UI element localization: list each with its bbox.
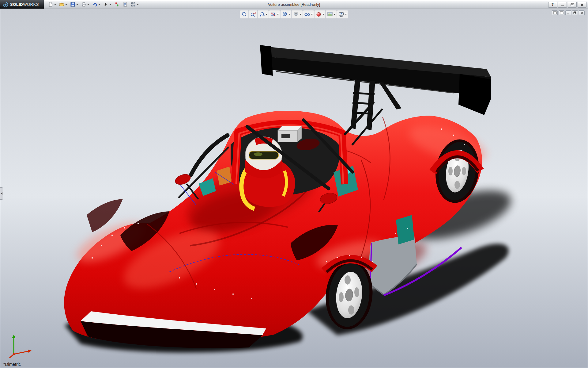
viewport-split-icon (553, 11, 557, 14)
file-properties-button[interactable] (121, 1, 129, 8)
rebuild-button[interactable] (113, 1, 121, 8)
document-title: Voiture assemblee [Read-only] (268, 0, 320, 9)
window-controls: ? (547, 0, 586, 9)
print-button[interactable] (80, 1, 90, 8)
doc-restore-icon (573, 11, 577, 14)
save-button[interactable] (69, 1, 79, 8)
orientation-triad-icon (5, 329, 35, 360)
undo-button[interactable] (91, 1, 101, 8)
apply-scene-button[interactable] (326, 10, 337, 18)
previous-view-button[interactable] (258, 10, 269, 18)
dropdown-caret-icon (288, 14, 290, 15)
hide-show-items-button[interactable] (303, 10, 314, 18)
doc-minimize-button[interactable] (565, 10, 571, 15)
close-icon (580, 3, 584, 6)
zoom-to-area-icon (250, 11, 256, 17)
document-window-controls (552, 10, 585, 15)
previous-view-icon (259, 11, 265, 17)
collapse-arrow-icon (1, 192, 2, 195)
display-style-icon (293, 11, 299, 17)
headsup-toolbar (240, 10, 348, 18)
race-car-model[interactable] (0, 9, 588, 368)
eyeglasses-icon (304, 11, 311, 17)
close-button[interactable] (578, 2, 586, 8)
open-button[interactable] (58, 1, 68, 8)
undo-icon (92, 2, 97, 7)
main-toolbar (44, 1, 140, 8)
dropdown-caret-icon (87, 4, 89, 5)
brand-text: SOLIDWORKS (10, 2, 39, 7)
select-button[interactable] (102, 1, 112, 8)
view-settings-icon (338, 11, 345, 17)
viewport-single-button[interactable] (559, 10, 564, 15)
dropdown-caret-icon (311, 14, 313, 15)
dropdown-caret-icon (109, 4, 111, 5)
view-orientation-label: *Dimetric (3, 362, 21, 367)
help-button[interactable]: ? (548, 2, 557, 8)
select-cursor-icon (103, 2, 108, 7)
doc-minimize-icon (567, 12, 570, 14)
edit-appearance-button[interactable] (315, 10, 326, 18)
dropdown-caret-icon (300, 14, 302, 15)
section-view-icon (270, 11, 277, 17)
file-properties-icon (123, 2, 128, 7)
dropdown-caret-icon (322, 14, 324, 15)
camera-box (278, 126, 302, 142)
zoom-to-area-button[interactable] (249, 10, 258, 18)
zoom-to-fit-button[interactable] (240, 10, 249, 18)
dropdown-caret-icon (65, 4, 67, 5)
save-icon (70, 2, 75, 7)
open-icon (59, 2, 64, 7)
minimize-icon (561, 3, 564, 6)
doc-close-button[interactable] (579, 10, 585, 15)
rebuild-icon (114, 2, 119, 7)
dropdown-caret-icon (277, 14, 279, 15)
dropdown-caret-icon (137, 4, 139, 5)
view-orientation-button[interactable] (281, 10, 292, 18)
restore-button[interactable] (568, 2, 577, 8)
scene-icon (327, 11, 333, 17)
zoom-to-fit-icon (241, 11, 247, 17)
restore-icon (571, 3, 574, 6)
viewport-split-button[interactable] (552, 10, 558, 15)
view-orientation-cube-icon (282, 11, 288, 17)
doc-restore-button[interactable] (572, 10, 578, 15)
new-document-button[interactable] (47, 1, 57, 8)
help-icon: ? (552, 2, 554, 7)
solidworks-logo: SOLIDWORKS (0, 0, 44, 9)
dropdown-caret-icon (334, 14, 336, 15)
options-grid-icon (131, 2, 136, 7)
view-settings-button[interactable] (337, 10, 348, 18)
dropdown-caret-icon (266, 14, 268, 15)
appearance-ball-icon (316, 11, 322, 17)
3ds-logo-icon (3, 2, 8, 7)
viewport-single-icon (560, 11, 564, 14)
panel-collapse-handle[interactable] (0, 187, 3, 200)
dropdown-caret-icon (98, 4, 100, 5)
graphics-area[interactable]: *Dimetric (0, 9, 588, 368)
display-style-button[interactable] (292, 10, 303, 18)
section-view-button[interactable] (269, 10, 280, 18)
solidworks-window: SOLIDWORKS (0, 0, 588, 368)
titlebar: SOLIDWORKS (0, 0, 588, 9)
dropdown-caret-icon (54, 4, 56, 5)
minimize-button[interactable] (558, 2, 567, 8)
dropdown-caret-icon (76, 4, 78, 5)
options-button[interactable] (130, 1, 140, 8)
print-icon (81, 2, 86, 7)
dropdown-caret-icon (345, 14, 347, 15)
new-document-icon (48, 2, 53, 7)
doc-close-icon (580, 12, 583, 14)
